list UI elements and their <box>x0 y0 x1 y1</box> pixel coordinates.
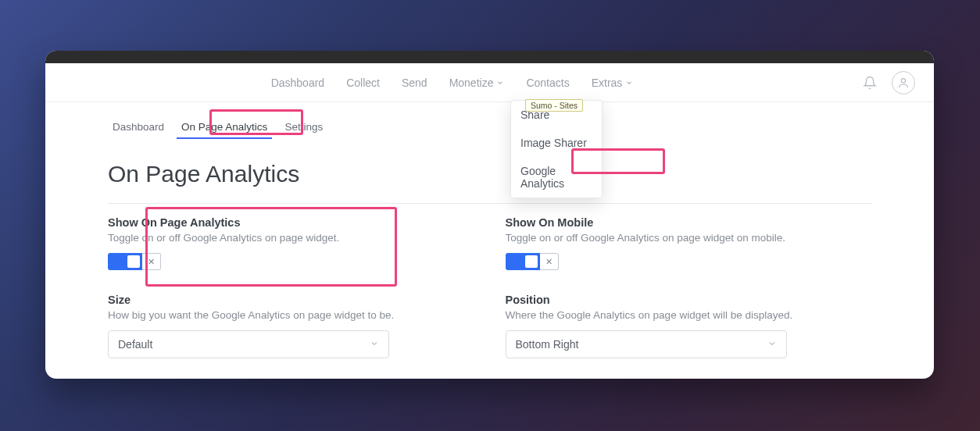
field-title: Position <box>506 294 872 306</box>
select-position[interactable]: Bottom Right <box>506 330 787 358</box>
dropdown-item-google-analytics[interactable]: Google Analytics <box>511 157 602 198</box>
nav-collect[interactable]: Collect <box>346 77 380 89</box>
svg-point-0 <box>901 78 905 82</box>
field-desc: Toggle on or off Google Analytics on pag… <box>108 232 474 244</box>
tab-on-page-analytics[interactable]: On Page Analytics <box>177 116 272 139</box>
field-show-mobile: Show On Mobile Toggle on or off Google A… <box>506 216 872 270</box>
select-value: Default <box>118 338 152 351</box>
field-show-analytics: Show On Page Analytics Toggle on or off … <box>108 216 474 270</box>
field-title: Size <box>108 294 474 306</box>
tab-settings[interactable]: Settings <box>280 116 327 139</box>
sub-tabs: Dashboard On Page Analytics Settings <box>108 102 871 147</box>
field-desc: Toggle on or off Google Analytics on pag… <box>506 232 872 244</box>
toggle-knob <box>525 255 538 268</box>
window-titlebar <box>45 51 934 63</box>
app-window: Dashboard Collect Send Monetize Contacts… <box>45 51 934 379</box>
chevron-down-icon <box>767 338 777 351</box>
toggle-row <box>108 253 474 270</box>
field-size: Size How big you want the Google Analyti… <box>108 294 474 358</box>
field-desc: How big you want the Google Analytics on… <box>108 309 474 321</box>
field-title: Show On Page Analytics <box>108 216 474 229</box>
settings-grid: Show On Page Analytics Toggle on or off … <box>108 204 871 358</box>
chevron-down-icon <box>496 77 504 89</box>
bell-icon[interactable] <box>859 72 881 94</box>
toggle-show-mobile[interactable] <box>506 253 540 270</box>
nav-center: Dashboard Collect Send Monetize Contacts… <box>45 77 859 89</box>
extras-dropdown: Sumo - Sites Share Image Sharer Google A… <box>510 100 603 198</box>
dropdown-item-image-sharer[interactable]: Image Sharer <box>511 129 602 157</box>
chevron-down-icon <box>625 77 633 89</box>
toggle-row <box>506 253 872 270</box>
chevron-down-icon <box>370 338 379 351</box>
tooltip-label: Sumo - Sites <box>525 99 583 112</box>
nav-monetize[interactable]: Monetize <box>449 77 505 89</box>
nav-right <box>859 71 915 94</box>
nav-extras[interactable]: Extras <box>592 77 634 89</box>
field-position: Position Where the Google Analytics on p… <box>506 294 872 358</box>
page-title: On Page Analytics <box>108 161 871 187</box>
toggle-knob <box>127 255 140 268</box>
toggle-clear-button[interactable] <box>142 253 161 270</box>
field-title: Show On Mobile <box>506 216 872 229</box>
select-value: Bottom Right <box>516 338 579 351</box>
nav-dashboard[interactable]: Dashboard <box>271 77 325 89</box>
content-area: Dashboard On Page Analytics Settings On … <box>45 102 934 358</box>
tab-dashboard[interactable]: Dashboard <box>108 116 169 139</box>
toggle-show-analytics[interactable] <box>108 253 142 270</box>
select-size[interactable]: Default <box>108 330 389 358</box>
avatar[interactable] <box>892 71 915 94</box>
nav-monetize-label: Monetize <box>449 77 494 89</box>
toggle-clear-button[interactable] <box>540 253 559 270</box>
field-desc: Where the Google Analytics on page widge… <box>506 309 872 321</box>
nav-send[interactable]: Send <box>402 77 427 89</box>
top-nav: Dashboard Collect Send Monetize Contacts… <box>45 63 934 102</box>
nav-extras-label: Extras <box>592 77 623 89</box>
nav-contacts[interactable]: Contacts <box>526 77 569 89</box>
